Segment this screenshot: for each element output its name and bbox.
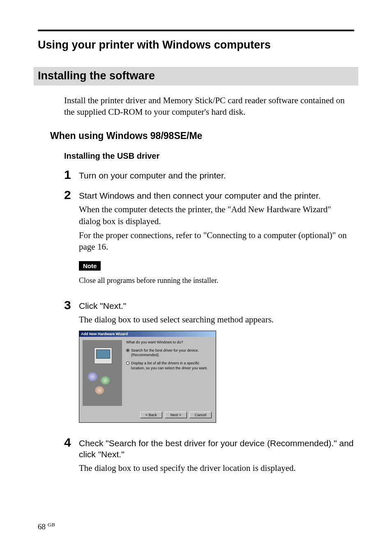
step-2: 2 Start Windows and then connect your co…	[64, 190, 354, 294]
dialog-content: What do you want Windows to do? Search f…	[126, 340, 212, 406]
dialog-graphic	[83, 340, 122, 406]
step-body: Turn on your computer and the printer.	[79, 170, 354, 183]
page-number-value: 68	[38, 522, 46, 531]
note-tag: Note	[79, 261, 101, 271]
page-content: Using your printer with Windows computer…	[0, 0, 392, 500]
dialog-buttons: < Back Next > Cancel	[79, 409, 216, 422]
radio-icon	[126, 349, 129, 352]
step-instruction: Start Windows and then connect your comp…	[79, 190, 354, 201]
radio-label: Display a list of all the drivers in a s…	[131, 361, 212, 371]
chip-icon	[95, 386, 104, 394]
back-button[interactable]: < Back	[140, 412, 162, 418]
step-body: Start Windows and then connect your comp…	[79, 190, 354, 294]
next-button[interactable]: Next >	[165, 412, 187, 418]
step-3: 3 Click "Next." The dialog box to used s…	[64, 300, 354, 431]
page-suffix: GB	[48, 521, 55, 528]
screen-icon	[96, 350, 110, 359]
step-instruction: Click "Next."	[79, 300, 354, 311]
radio-option-recommended[interactable]: Search for the best driver for your devi…	[126, 348, 212, 358]
main-heading: Using your printer with Windows computer…	[38, 39, 354, 51]
radio-option-list[interactable]: Display a list of all the drivers in a s…	[126, 361, 212, 371]
step-4: 4 Check "Search for the best driver for …	[64, 438, 354, 477]
radio-label: Search for the best driver for your devi…	[131, 348, 212, 358]
step-detail: When the computer detects the printer, t…	[79, 204, 354, 227]
dialog-question: What do you want Windows to do?	[126, 340, 212, 344]
step-body: Click "Next." The dialog box to used sel…	[79, 300, 354, 431]
step-detail: For the proper connections, refer to "Co…	[79, 229, 354, 253]
step-body: Check "Search for the best driver for yo…	[79, 438, 354, 477]
section-bar: Installing the software	[34, 67, 358, 86]
radio-icon	[126, 361, 129, 365]
intro-paragraph: Install the printer driver and Memory St…	[64, 95, 354, 118]
step-number: 2	[64, 189, 79, 201]
step-number: 3	[64, 299, 79, 311]
chip-icon	[101, 376, 110, 385]
horizontal-rule	[38, 30, 354, 31]
page-number: 68 GB	[38, 521, 55, 531]
cancel-button[interactable]: Cancel	[189, 412, 212, 418]
step-instruction: Turn on your computer and the printer.	[79, 170, 354, 181]
dialog-screenshot: Add New Hardware Wizard What do you want…	[79, 331, 354, 423]
sub-heading-2: Installing the USB driver	[64, 151, 354, 161]
note-text: Close all programs before running the in…	[79, 276, 354, 285]
computer-icon	[94, 348, 112, 364]
step-number: 1	[64, 169, 79, 181]
chip-icon	[88, 372, 97, 381]
step-instruction: Check "Search for the best driver for yo…	[79, 438, 354, 460]
dialog-titlebar: Add New Hardware Wizard	[79, 331, 216, 337]
wizard-dialog: Add New Hardware Wizard What do you want…	[79, 331, 216, 423]
step-1: 1 Turn on your computer and the printer.	[64, 170, 354, 183]
step-detail: The dialog box to used specify the drive…	[79, 462, 354, 474]
sub-heading: When using Windows 98/98SE/Me	[50, 130, 354, 141]
section-title: Installing the software	[38, 70, 354, 82]
step-number: 4	[64, 436, 79, 449]
dialog-body: What do you want Windows to do? Search f…	[79, 337, 216, 409]
step-detail: The dialog box to used select searching …	[79, 314, 354, 325]
